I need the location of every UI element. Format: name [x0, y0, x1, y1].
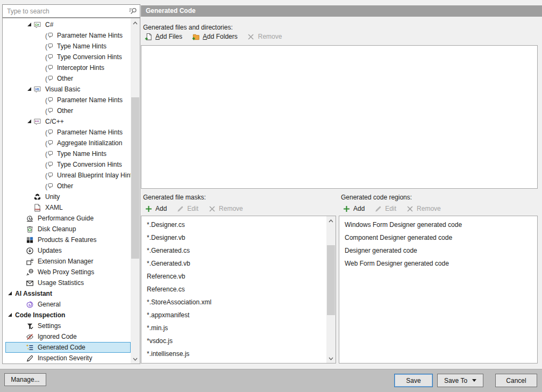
- tree-item-c-c[interactable]: ++C/C++: [5, 116, 131, 127]
- tree-item-label: Parameter Name Hints: [55, 32, 124, 39]
- hint-icon: (: [45, 139, 53, 147]
- tree-item-interceptor-hints[interactable]: (Interceptor Hints: [5, 62, 131, 73]
- scroll-up-button[interactable]: [131, 18, 140, 27]
- scroll-down-button[interactable]: [131, 354, 140, 364]
- plus-icon: [342, 204, 351, 213]
- save-to-button[interactable]: Save To: [437, 374, 483, 387]
- expander-icon[interactable]: [7, 290, 13, 297]
- tree-item-code-inspection[interactable]: Code Inspection: [5, 310, 131, 320]
- list-item[interactable]: *.Designer.vb: [141, 231, 326, 244]
- list-item[interactable]: Designer generated code: [339, 244, 537, 257]
- tree-item-extension-manager[interactable]: Extension Manager: [5, 256, 131, 267]
- settings-tree[interactable]: C#C#(Parameter Name Hints(Type Name Hint…: [2, 18, 140, 364]
- tree-item-type-conversion-hints[interactable]: (Type Conversion Hints: [5, 159, 131, 170]
- search-filter-icon[interactable]: [129, 6, 138, 16]
- remove-button[interactable]: Remove: [247, 32, 282, 41]
- add-button[interactable]: Add: [144, 204, 167, 213]
- scroll-thumb[interactable]: [327, 245, 335, 315]
- tree-scrollbar[interactable]: [131, 18, 140, 364]
- generated-files-list[interactable]: [141, 45, 538, 189]
- tree-item-settings[interactable]: Settings: [5, 320, 131, 331]
- search-box[interactable]: [2, 4, 140, 18]
- edit-button[interactable]: Edit: [176, 204, 198, 213]
- tree-item-inspection-severity[interactable]: Inspection Severity: [5, 353, 131, 364]
- toolbar-button-label: Edit: [385, 205, 396, 212]
- tree-item-web-proxy-settings[interactable]: Web Proxy Settings: [5, 267, 131, 277]
- tree-item-parameter-name-hints[interactable]: (Parameter Name Hints: [5, 127, 131, 138]
- tree-item-general[interactable]: General: [5, 299, 131, 310]
- scroll-up-button[interactable]: [326, 216, 336, 225]
- tree-item-other[interactable]: (Other: [5, 73, 131, 84]
- tree-item-label: Updates: [36, 247, 63, 254]
- tree-item-label: Type Name Hints: [55, 150, 108, 158]
- tree-item-xaml[interactable]: XAMLXAML: [5, 202, 131, 213]
- list-item[interactable]: *vsdoc.js: [141, 334, 326, 347]
- tree-item-aggregate-initialization[interactable]: (Aggregate Initialization: [5, 138, 131, 148]
- tree-item-products-features[interactable]: Products & Features: [5, 234, 131, 245]
- add-folders-button[interactable]: Add Folders: [191, 32, 238, 41]
- list-item[interactable]: Component Designer generated code: [339, 231, 537, 244]
- tree-item-type-conversion-hints[interactable]: (Type Conversion Hints: [5, 52, 131, 62]
- svg-text:(: (: [45, 53, 47, 61]
- disk-cleanup-icon: [25, 225, 34, 233]
- svg-text:(: (: [45, 96, 47, 104]
- list-item[interactable]: Reference.cs: [141, 283, 326, 296]
- tree-item-parameter-name-hints[interactable]: (Parameter Name Hints: [5, 95, 131, 105]
- svg-text:(: (: [45, 32, 47, 39]
- save-button[interactable]: Save: [394, 374, 433, 387]
- manage-button[interactable]: Manage...: [4, 373, 46, 386]
- tree-item-generated-code[interactable]: Generated Code: [5, 342, 131, 353]
- tree-item-ai-assistant[interactable]: AI Assistant: [5, 288, 131, 299]
- edit-button[interactable]: Edit: [374, 204, 396, 213]
- tree-item-unity[interactable]: Unity: [5, 191, 131, 202]
- csharp-icon: C#: [33, 20, 41, 29]
- remove-button[interactable]: Remove: [405, 204, 441, 213]
- expander-icon[interactable]: [7, 312, 13, 318]
- list-item[interactable]: *.appxmanifest: [141, 309, 326, 322]
- pencil-icon: [374, 204, 382, 213]
- list-item[interactable]: *.min.js: [141, 322, 326, 334]
- tree-item-c[interactable]: C#C#: [5, 19, 131, 30]
- list-item[interactable]: *.Generated.cs: [141, 244, 326, 257]
- tree-item-unreal-blueprint-inlay-hints[interactable]: (Unreal Blueprint Inlay Hints: [5, 170, 131, 181]
- remove-button[interactable]: Remove: [208, 204, 243, 213]
- search-input[interactable]: [2, 4, 140, 18]
- add-file-icon: [144, 32, 153, 41]
- list-item[interactable]: Web Form Designer generated code: [339, 257, 537, 270]
- list-item[interactable]: *.Designer.cs: [141, 218, 326, 231]
- file-masks-list[interactable]: *.Designer.cs*.Designer.vb*.Generated.cs…: [141, 216, 336, 364]
- list-item[interactable]: *.intellisense.js: [141, 347, 326, 360]
- tree-item-visual-basic[interactable]: VBVisual Basic: [5, 84, 131, 95]
- tree-item-updates[interactable]: Updates: [5, 245, 131, 256]
- scroll-down-button[interactable]: [326, 354, 336, 363]
- list-item[interactable]: *.Generated.vb: [141, 257, 326, 270]
- expander-icon[interactable]: [26, 22, 33, 28]
- svg-text:(: (: [45, 161, 47, 168]
- tree-item-label: Extension Manager: [36, 258, 95, 265]
- tree-item-usage-statistics[interactable]: Usage Statistics: [5, 277, 131, 288]
- toolbar-button-label: Add Files: [155, 33, 182, 40]
- tree-item-type-name-hints[interactable]: (Type Name Hints: [5, 41, 131, 52]
- expander-icon[interactable]: [26, 86, 33, 92]
- add-files-button[interactable]: Add Files: [144, 32, 182, 41]
- scroll-thumb[interactable]: [131, 97, 139, 259]
- tree-item-type-name-hints[interactable]: (Type Name Hints: [5, 148, 131, 159]
- tree-item-ignored-code[interactable]: Ignored Code: [5, 331, 131, 342]
- code-regions-list[interactable]: Windows Form Designer generated codeComp…: [339, 216, 538, 364]
- regions-toolbar: AddEditRemove: [342, 203, 450, 214]
- tree-item-other[interactable]: (Other: [5, 181, 131, 191]
- tree-item-performance-guide[interactable]: Performance Guide: [5, 213, 131, 224]
- masks-scrollbar[interactable]: [326, 216, 336, 363]
- tree-item-other[interactable]: (Other: [5, 105, 131, 116]
- inspection-severity-icon: [25, 354, 34, 362]
- cancel-button[interactable]: Cancel: [495, 374, 537, 387]
- tree-item-label: Aggregate Initialization: [55, 139, 124, 147]
- tree-item-parameter-name-hints[interactable]: (Parameter Name Hints: [5, 30, 131, 41]
- list-item[interactable]: Windows Form Designer generated code: [339, 218, 537, 231]
- add-button[interactable]: Add: [342, 204, 365, 213]
- ai-general-icon: [25, 300, 34, 309]
- tree-item-disk-cleanup[interactable]: Disk Cleanup: [5, 224, 131, 234]
- list-item[interactable]: *.StoreAssociation.xml: [141, 296, 326, 309]
- list-item[interactable]: Reference.vb: [141, 270, 326, 283]
- expander-icon[interactable]: [26, 118, 33, 125]
